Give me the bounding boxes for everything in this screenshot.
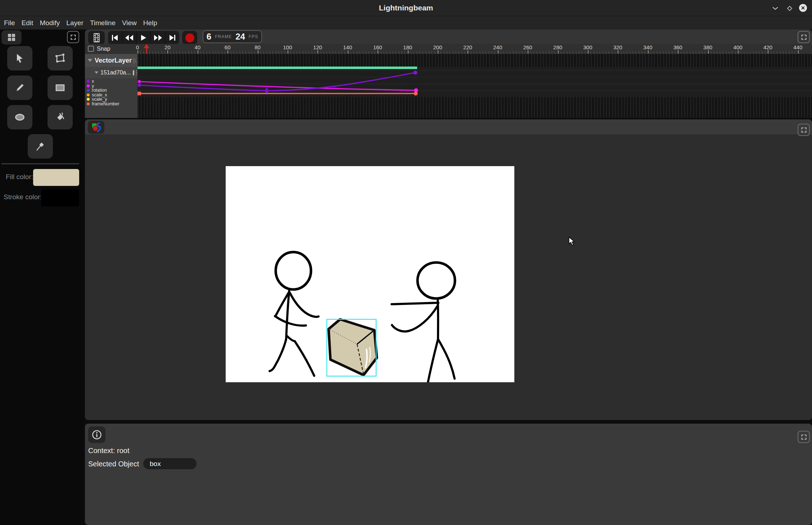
property-row-frameNumber[interactable]: frameNumber	[86, 102, 137, 106]
timeline-ruler[interactable]: 0204060801001201401601802002202402602803…	[137, 44, 812, 54]
frame-counter[interactable]: 6 FRAME 24 FPS	[203, 30, 262, 43]
ruler-label: 400	[730, 44, 746, 50]
mouse-cursor	[568, 237, 577, 246]
close-button[interactable]	[798, 3, 808, 13]
ruler-tick	[534, 51, 534, 54]
menu-layer[interactable]: Layer	[66, 19, 84, 27]
window-title: Lightningbeam	[0, 0, 812, 16]
ruler-tick	[155, 51, 156, 54]
ruler-tick	[756, 51, 756, 54]
ruler-tick	[726, 51, 726, 54]
tool-fill-bucket[interactable]	[48, 105, 73, 129]
fill-color-swatch[interactable]	[33, 169, 79, 186]
keyframe[interactable]	[138, 80, 141, 83]
property-row-rotation[interactable]: rotation	[86, 88, 137, 93]
ruler-tick	[194, 51, 195, 54]
ruler-tick	[176, 51, 177, 54]
expand-icon	[801, 127, 807, 133]
menu-view[interactable]: View	[122, 19, 137, 27]
skip-to-start-button[interactable]	[108, 31, 122, 45]
ruler-tick	[480, 51, 480, 54]
frame-value: 6	[207, 32, 211, 42]
ruler-tick	[744, 51, 744, 54]
property-row-x[interactable]: x	[86, 79, 137, 84]
fast-forward-icon	[154, 35, 162, 41]
film-button[interactable]	[88, 31, 105, 45]
curve-y[interactable]	[140, 82, 416, 90]
ruler-tick	[507, 51, 507, 54]
timeline-curves[interactable]	[137, 54, 812, 118]
ruler-tick	[324, 51, 324, 54]
collapse-triangle-icon[interactable]	[88, 59, 92, 62]
inspector-expand-button[interactable]	[798, 431, 810, 443]
transform-nodes-icon	[55, 53, 66, 63]
curve-x[interactable]	[140, 73, 415, 91]
stage-panel-button[interactable]	[88, 121, 104, 134]
maximize-button[interactable]	[784, 3, 795, 14]
snap-checkbox[interactable]	[88, 46, 94, 52]
sublayer-name: 151ad70a...	[100, 69, 131, 76]
tools-expand-button[interactable]	[67, 31, 79, 43]
ruler-tick	[285, 51, 285, 54]
selected-object-field[interactable]: box	[143, 458, 197, 469]
ruler-tick	[798, 50, 799, 54]
record-button[interactable]	[182, 31, 197, 45]
collapse-triangle-icon[interactable]	[95, 72, 98, 74]
ruler-tick	[522, 51, 522, 54]
menu-timeline[interactable]: Timeline	[90, 19, 116, 27]
ruler-tick	[627, 51, 627, 54]
stroke-color-swatch[interactable]	[41, 190, 79, 206]
ruler-tick	[615, 51, 615, 54]
record-icon	[185, 33, 194, 42]
menu-edit[interactable]: Edit	[22, 19, 33, 27]
layer-swatch-button[interactable]	[133, 70, 134, 76]
tool-transform[interactable]	[48, 46, 73, 70]
ruler-tick	[651, 51, 651, 54]
skip-to-end-button[interactable]	[165, 31, 179, 45]
ruler-tick	[540, 51, 540, 54]
layer-row-vectorlayer[interactable]: VectorLayer [L]	[85, 54, 137, 67]
property-row-scale_y[interactable]: scale_y	[86, 97, 137, 102]
menu-help[interactable]: Help	[143, 19, 157, 27]
tool-select[interactable]	[7, 46, 32, 70]
playback-controls	[108, 31, 179, 45]
ruler-tick	[317, 50, 318, 54]
keyframe[interactable]	[265, 88, 269, 93]
tool-eyedropper[interactable]	[28, 134, 53, 159]
ruler-tick	[750, 51, 750, 54]
playhead[interactable]	[144, 44, 149, 54]
ruler-tick	[393, 51, 393, 54]
ruler-tick	[564, 51, 564, 54]
panel-grid-button[interactable]	[1, 30, 22, 45]
keyframe[interactable]	[138, 84, 141, 87]
ruler-tick	[558, 50, 559, 54]
ruler-tick	[510, 51, 510, 54]
ruler-tick	[308, 51, 309, 54]
ruler-tick	[483, 51, 483, 54]
ruler-tick	[158, 51, 159, 54]
ruler-tick	[243, 51, 243, 54]
ruler-label: 260	[520, 44, 536, 50]
timeline-expand-button[interactable]	[798, 31, 810, 43]
canvas-expand-button[interactable]	[798, 124, 810, 136]
ruler-tick	[200, 51, 201, 54]
menu-file[interactable]: File	[4, 19, 15, 27]
tool-ellipse[interactable]	[7, 105, 32, 129]
play-button[interactable]	[136, 31, 151, 45]
menu-modify[interactable]: Modify	[40, 19, 60, 27]
keyframe[interactable]	[414, 71, 418, 75]
keyframe[interactable]	[137, 92, 141, 95]
stage[interactable]	[226, 166, 514, 382]
keyframe[interactable]	[414, 92, 418, 96]
tool-rectangle[interactable]	[48, 76, 73, 100]
ruler-label: 140	[340, 44, 356, 50]
layer-row-object[interactable]: 151ad70a... ~	[85, 67, 137, 78]
rewind-button[interactable]	[122, 31, 136, 45]
info-button[interactable]	[88, 426, 105, 443]
fast-forward-button[interactable]	[150, 31, 165, 45]
ruler-tick	[363, 51, 363, 54]
minimize-button[interactable]	[770, 3, 781, 14]
layer-extent-bar[interactable]	[137, 67, 417, 69]
tool-pencil[interactable]	[7, 76, 32, 100]
ruler-tick	[315, 51, 315, 54]
